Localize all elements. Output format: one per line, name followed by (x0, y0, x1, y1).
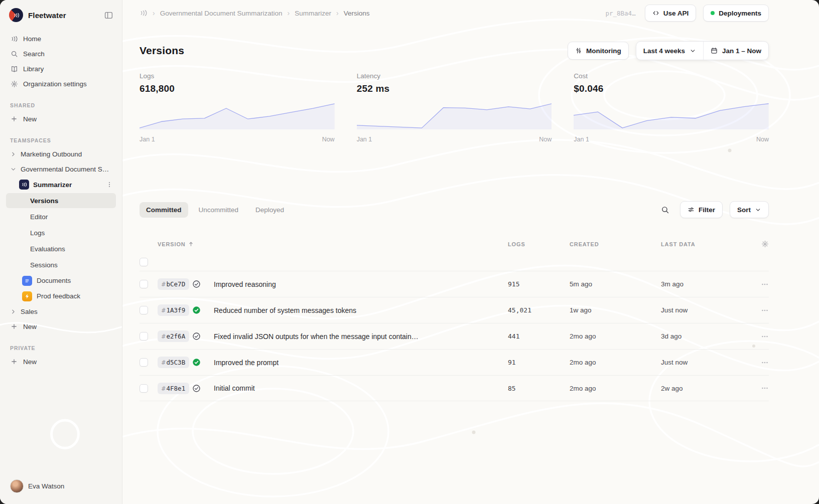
table-row[interactable]: #d5C3B Improved the prompt 91 2mo ago Ju… (140, 349, 769, 375)
sidebar-item-evaluations[interactable]: Evaluations (6, 241, 116, 256)
last-data-time: 3m ago (661, 280, 757, 288)
sidebar-item-logs[interactable]: Logs (6, 225, 116, 240)
home-icon (10, 35, 18, 43)
version-badge[interactable]: #1A3f9 (158, 304, 189, 316)
teamspaces-new-button[interactable]: New (6, 319, 116, 334)
row-checkbox[interactable] (140, 280, 148, 288)
breadcrumb-project[interactable]: Governmental Document Summarization (160, 10, 283, 17)
version-badge[interactable]: #e2f6A (158, 330, 189, 342)
last-data-time: Just now (661, 306, 757, 314)
breadcrumb-summarizer[interactable]: Summarizer (295, 10, 331, 17)
logs-count: 915 (508, 280, 570, 288)
row-menu-button[interactable] (761, 332, 769, 341)
row-menu-button[interactable] (761, 306, 769, 314)
table-row[interactable]: #bCe7D Improved reasoning 915 5m ago 3m … (140, 271, 769, 297)
commit-check-filled-icon (192, 358, 201, 367)
table-row[interactable]: #4F8e1 Initial commit 85 2mo ago 2w ago (140, 375, 769, 401)
sort-asc-icon[interactable] (188, 241, 194, 247)
sort-button[interactable]: Sort (730, 201, 769, 218)
breadcrumb-separator: › (336, 9, 339, 17)
range-select[interactable]: Last 4 weeks (636, 42, 703, 60)
sidebar-item-library[interactable]: Library (6, 61, 116, 76)
metric-cost: Cost $0.046 Jan 1Now (574, 72, 769, 143)
chevron-down-icon (755, 207, 761, 213)
version-name: Initial commit (214, 384, 508, 392)
sidebar-item-home[interactable]: Home (6, 31, 116, 46)
logo-mark-icon (140, 9, 148, 17)
breadcrumb-versions[interactable]: Versions (344, 10, 370, 17)
page-header: Versions Monitoring Last 4 weeks Jan (140, 41, 769, 60)
versions-table: VERSION LOGS CREATED LAST DATA #bCe7D (140, 240, 769, 401)
version-badge[interactable]: #4F8e1 (158, 383, 189, 394)
resource-label: Prod feedback (37, 292, 80, 300)
teamspace-label: Marketing Outbound (21, 150, 82, 158)
tab-committed[interactable]: Committed (140, 202, 188, 218)
tab-uncommitted[interactable]: Uncommitted (192, 202, 245, 218)
metric-logs: Logs 618,800 Jan 1Now (140, 72, 335, 143)
row-menu-button[interactable] (761, 384, 769, 392)
avatar (10, 479, 24, 493)
monitoring-button[interactable]: Monitoring (568, 42, 629, 60)
sidebar-item-editor[interactable]: Editor (6, 209, 116, 224)
column-created[interactable]: CREATED (570, 241, 661, 247)
version-name: Reduced number of system messages tokens (214, 306, 508, 314)
sidebar-item-versions[interactable]: Versions (6, 193, 116, 208)
select-all-checkbox[interactable] (140, 258, 148, 266)
sidebar-item-label: Organization settings (23, 80, 87, 88)
commit-check-outline-icon (192, 332, 201, 341)
metric-value: $0.046 (574, 83, 769, 94)
table-row[interactable]: #e2f6A Fixed invalid JSON outputs for wh… (140, 323, 769, 349)
version-badge[interactable]: #d5C3B (158, 357, 189, 368)
row-checkbox[interactable] (140, 358, 148, 367)
row-menu-button[interactable] (761, 359, 769, 367)
column-settings-icon[interactable] (761, 240, 769, 248)
chevron-down-icon (10, 166, 17, 173)
search-button[interactable] (658, 202, 673, 217)
code-icon (652, 10, 659, 17)
shared-new-button[interactable]: New (6, 111, 116, 126)
section-label-teamspaces: TEAMSPACES (10, 137, 112, 143)
teamspace-marketing-outbound[interactable]: Marketing Outbound (6, 146, 116, 161)
row-checkbox[interactable] (140, 384, 148, 393)
column-version[interactable]: VERSION (158, 241, 186, 247)
row-checkbox[interactable] (140, 332, 148, 341)
filter-button[interactable]: Filter (680, 201, 723, 218)
project-summarizer[interactable]: Summarizer (6, 177, 116, 193)
teamspace-governmental-document[interactable]: Governmental Document S… (6, 161, 116, 177)
table-row[interactable]: #1A3f9 Reduced number of system messages… (140, 297, 769, 323)
metric-label: Cost (574, 72, 769, 80)
column-last-data[interactable]: LAST DATA (661, 241, 757, 247)
version-name: Improved reasoning (214, 280, 508, 288)
row-checkbox[interactable] (140, 306, 148, 314)
search-icon (10, 50, 18, 58)
date-range-button[interactable]: Jan 1 – Now (703, 42, 768, 60)
app-window: Fleetwater Home Search Library Organizat… (0, 0, 819, 504)
deployments-button[interactable]: Deployments (703, 5, 769, 22)
latency-chart (357, 100, 552, 129)
sidebar-item-search[interactable]: Search (6, 46, 116, 61)
sidebar-collapse-icon[interactable] (104, 11, 113, 20)
use-api-button[interactable]: Use API (645, 5, 697, 22)
sidebar: Fleetwater Home Search Library Organizat… (0, 0, 122, 504)
column-logs[interactable]: LOGS (508, 241, 570, 247)
axis-end: Now (539, 136, 552, 143)
axis-start: Jan 1 (574, 136, 589, 143)
breadcrumb-separator: › (288, 9, 290, 17)
sidebar-item-documents[interactable]: Documents (6, 273, 116, 288)
user-menu[interactable]: Eva Watson (6, 476, 116, 496)
sidebar-item-organization-settings[interactable]: Organization settings (6, 76, 116, 91)
sidebar-item-prod-feedback[interactable]: Prod feedback (6, 288, 116, 304)
private-new-button[interactable]: New (6, 354, 116, 369)
version-badge[interactable]: #bCe7D (158, 278, 189, 290)
tab-deployed[interactable]: Deployed (249, 202, 291, 218)
logs-count: 441 (508, 332, 570, 340)
documents-icon (22, 276, 32, 286)
row-menu-button[interactable] (761, 280, 769, 288)
axis-end: Now (756, 136, 769, 143)
table-header: VERSION LOGS CREATED LAST DATA (140, 240, 769, 255)
app-title: Fleetwater (28, 11, 66, 20)
teamspace-sales[interactable]: Sales (6, 304, 116, 319)
project-menu-icon[interactable] (106, 181, 113, 188)
section-label-private: PRIVATE (10, 345, 112, 351)
sidebar-item-sessions[interactable]: Sessions (6, 257, 116, 272)
